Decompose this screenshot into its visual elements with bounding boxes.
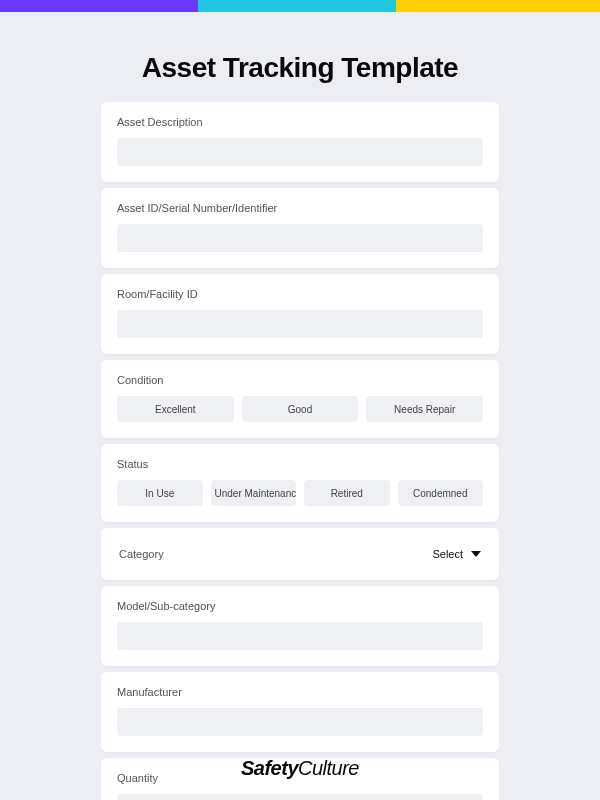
field-asset-id: Asset ID/Serial Number/Identifier [101, 188, 499, 268]
label-asset-id: Asset ID/Serial Number/Identifier [117, 202, 483, 214]
input-asset-id[interactable] [117, 224, 483, 252]
status-option-retired[interactable]: Retired [304, 480, 390, 506]
chevron-down-icon [471, 551, 481, 557]
input-asset-description[interactable] [117, 138, 483, 166]
field-condition: Condition Excellent Good Needs Repair [101, 360, 499, 438]
stripe-yellow [396, 0, 600, 12]
label-status: Status [117, 458, 483, 470]
status-options: In Use Under Maintenance Retired Condemn… [117, 480, 483, 506]
condition-option-good[interactable]: Good [242, 396, 359, 422]
status-option-in-use[interactable]: In Use [117, 480, 203, 506]
input-model[interactable] [117, 622, 483, 650]
form: Asset Description Asset ID/Serial Number… [101, 102, 499, 800]
status-option-condemned[interactable]: Condemned [398, 480, 484, 506]
label-room-id: Room/Facility ID [117, 288, 483, 300]
field-asset-description: Asset Description [101, 102, 499, 182]
field-room-id: Room/Facility ID [101, 274, 499, 354]
select-category[interactable]: Select [432, 548, 481, 560]
field-status: Status In Use Under Maintenance Retired … [101, 444, 499, 522]
stripe-purple [0, 0, 198, 12]
label-condition: Condition [117, 374, 483, 386]
input-manufacturer[interactable] [117, 708, 483, 736]
condition-option-needs-repair[interactable]: Needs Repair [366, 396, 483, 422]
condition-option-excellent[interactable]: Excellent [117, 396, 234, 422]
status-option-under-maintenance[interactable]: Under Maintenance [211, 480, 297, 506]
page-title: Asset Tracking Template [0, 52, 600, 84]
label-asset-description: Asset Description [117, 116, 483, 128]
select-category-text: Select [432, 548, 463, 560]
brand-logo: SafetyCulture [0, 757, 600, 780]
label-manufacturer: Manufacturer [117, 686, 483, 698]
field-model: Model/Sub-category [101, 586, 499, 666]
field-category: Category Select [101, 528, 499, 580]
label-model: Model/Sub-category [117, 600, 483, 612]
brand-bold: Safety [241, 757, 298, 779]
field-manufacturer: Manufacturer [101, 672, 499, 752]
brand-stripe [0, 0, 600, 12]
label-category: Category [119, 548, 164, 560]
stripe-cyan [198, 0, 396, 12]
input-quantity[interactable] [117, 794, 483, 800]
condition-options: Excellent Good Needs Repair [117, 396, 483, 422]
brand-light: Culture [298, 757, 359, 779]
input-room-id[interactable] [117, 310, 483, 338]
